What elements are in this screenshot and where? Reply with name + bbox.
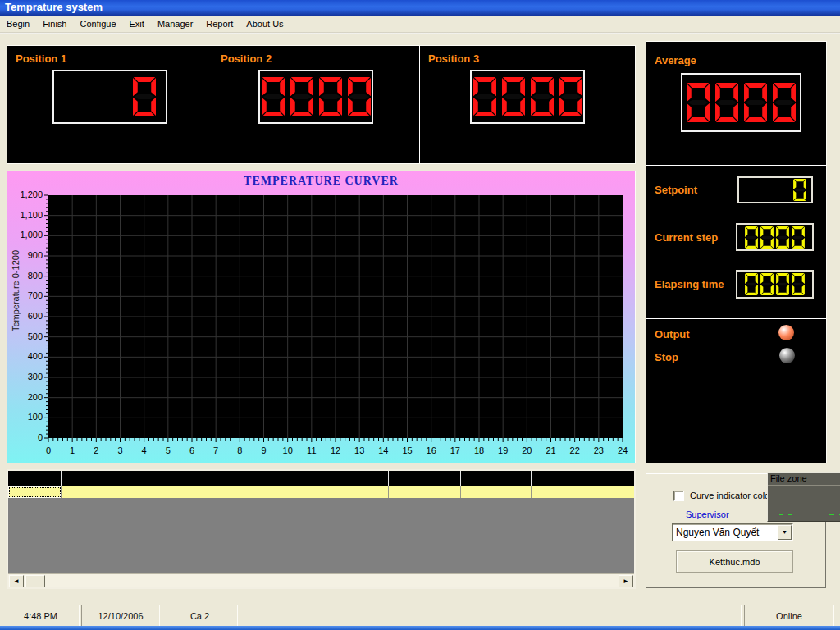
average-value — [687, 82, 796, 123]
x-tick-label: 5 — [156, 445, 180, 455]
y-tick-label: 500 — [7, 331, 43, 341]
grid-header-cell[interactable] — [532, 471, 614, 486]
grid-cell[interactable] — [532, 486, 614, 498]
x-tick-label: 10 — [276, 445, 300, 455]
x-tick-label: 24 — [610, 445, 635, 455]
output-label: Output — [655, 328, 690, 340]
y-tick-label: 100 — [7, 412, 43, 422]
position-2-label: Position 2 — [221, 52, 419, 65]
position-2-value — [262, 76, 371, 117]
position-2-display — [258, 70, 373, 124]
supervisor-dropdown[interactable]: Nguyen Văn Quyết ▼ — [672, 523, 793, 541]
scrollbar-thumb[interactable] — [25, 575, 45, 587]
grid-cell[interactable] — [614, 486, 634, 498]
grid-header-cell[interactable] — [8, 471, 62, 486]
current-step-value — [745, 226, 805, 249]
file-zone-box: File zone — [767, 472, 840, 522]
x-tick-label: 6 — [180, 445, 204, 455]
y-tick-label: 600 — [7, 311, 43, 321]
position-3-value — [473, 76, 582, 117]
x-tick-label: 20 — [514, 445, 539, 455]
x-tick-label: 2 — [84, 445, 108, 455]
grid-header-cell[interactable] — [614, 471, 634, 486]
average-display — [681, 73, 801, 132]
setpoint-value — [793, 179, 806, 201]
status-time: 4:48 PM — [2, 605, 80, 628]
chevron-down-icon[interactable]: ▼ — [778, 525, 792, 540]
average-label: Average — [655, 54, 696, 66]
y-tick-label: 0 — [7, 432, 43, 442]
output-led-indicator — [778, 325, 794, 340]
position-3-label: Position 3 — [428, 52, 635, 65]
y-tick-label: 900 — [7, 250, 43, 260]
menu-item-manager[interactable]: Manager — [151, 16, 199, 31]
database-file-label: Ketthuc.mdb — [710, 557, 760, 567]
grid-header-cell[interactable] — [461, 471, 532, 486]
file-zone-mark — [788, 514, 792, 515]
position-1-section: Position 1 — [7, 46, 212, 163]
grid-header-cell[interactable] — [389, 471, 461, 486]
menu-item-finish[interactable]: Finish — [36, 16, 73, 31]
x-tick-label: 16 — [419, 445, 444, 455]
x-tick-label: 23 — [587, 445, 611, 455]
menu-item-begin[interactable]: Begin — [0, 16, 36, 31]
grid-data-row — [8, 486, 634, 498]
grid-cell[interactable] — [62, 486, 389, 498]
y-tick-label: 700 — [7, 290, 43, 300]
x-tick-label: 14 — [371, 445, 395, 455]
menu-item-about-us[interactable]: About Us — [240, 16, 290, 31]
grid-cell[interactable] — [461, 486, 532, 498]
x-tick-label: 7 — [203, 445, 228, 455]
menu-item-exit[interactable]: Exit — [123, 16, 151, 31]
x-tick-label: 9 — [252, 445, 276, 455]
chart-title: TEMPERATURE CURVER — [7, 175, 635, 188]
status-spacer — [240, 605, 742, 628]
x-tick-label: 19 — [491, 445, 515, 455]
y-tick-label: 200 — [7, 392, 43, 402]
y-tick-label: 1,200 — [7, 189, 43, 199]
x-tick-label: 21 — [539, 445, 564, 455]
y-tick-label: 800 — [7, 271, 43, 281]
position-3-display — [470, 70, 585, 124]
x-tick-label: 4 — [132, 445, 157, 455]
x-tick-label: 13 — [347, 445, 372, 455]
file-zone-mark — [779, 514, 783, 515]
x-tick-label: 17 — [443, 445, 468, 455]
application-window: { "window": { "title": "Temprature syste… — [0, 0, 840, 630]
title-bar[interactable]: Temprature system — [0, 0, 840, 16]
grid-cell-selected[interactable] — [8, 486, 62, 498]
scroll-right-arrow-icon[interactable]: ► — [619, 575, 633, 587]
database-file-button[interactable]: Ketthuc.mdb — [676, 550, 793, 573]
divider — [646, 165, 826, 166]
x-tick-label: 18 — [467, 445, 491, 455]
file-zone-mark — [829, 514, 834, 515]
position-1-label: Position 1 — [16, 52, 212, 65]
current-step-display — [736, 223, 814, 251]
status-online: Online — [744, 605, 834, 628]
grid-header-cell[interactable] — [62, 471, 389, 486]
curve-indicator-label: Curve indicator color — [690, 491, 773, 500]
scroll-left-arrow-icon[interactable]: ◄ — [9, 575, 24, 587]
supervisor-label: Supervisor — [686, 509, 729, 519]
x-tick-label: 8 — [227, 445, 252, 455]
divider — [646, 318, 826, 319]
horizontal-scrollbar[interactable]: ◄ ► — [8, 573, 634, 587]
supervisor-value: Nguyen Văn Quyết — [676, 527, 759, 538]
curve-indicator-checkbox[interactable] — [673, 491, 684, 501]
control-panel: Average Setpoint Current step Elapsing t… — [646, 41, 827, 463]
x-tick-label: 12 — [323, 445, 348, 455]
x-tick-label: 3 — [108, 445, 133, 455]
setpoint-display — [737, 176, 813, 203]
menu-item-report[interactable]: Report — [199, 16, 240, 31]
position-1-value — [133, 76, 156, 117]
x-tick-label: 22 — [563, 445, 587, 455]
grid-cell[interactable] — [389, 486, 461, 498]
menu-item-configue[interactable]: Configue — [73, 16, 122, 31]
menu-separator — [0, 32, 840, 34]
x-tick-label: 11 — [299, 445, 324, 455]
current-step-label: Current step — [655, 231, 718, 244]
x-tick-label: 1 — [60, 445, 84, 455]
elapsing-time-display — [736, 270, 814, 299]
chart-panel: TEMPERATURE CURVER Temperature 0-1200 01… — [7, 171, 636, 463]
position-displays-panel: Position 1 Position 2 Position 3 — [7, 45, 636, 164]
